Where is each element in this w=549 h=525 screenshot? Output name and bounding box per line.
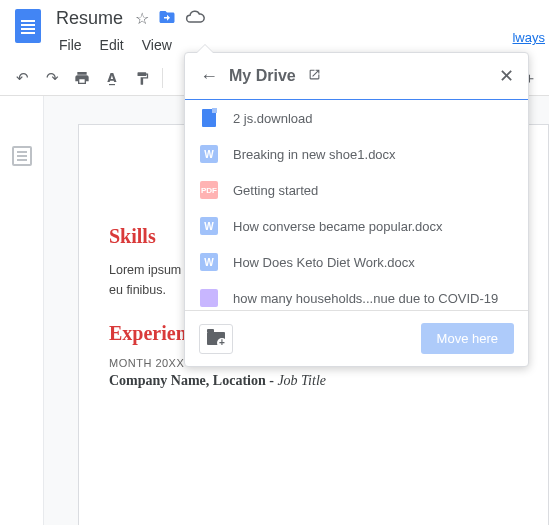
- move-popover: ← My Drive ✕ 2 js.downloadWBreaking in n…: [184, 52, 529, 367]
- list-item[interactable]: PDFGetting started: [185, 172, 528, 208]
- word-icon: W: [199, 216, 219, 236]
- back-button[interactable]: ←: [199, 66, 219, 86]
- paint-format-button[interactable]: [128, 65, 156, 91]
- print-button[interactable]: [68, 65, 96, 91]
- list-item[interactable]: how many households...nue due to COVID-1…: [185, 280, 528, 310]
- document-title[interactable]: Resume: [52, 6, 127, 31]
- menu-bar: File Edit View: [52, 33, 205, 57]
- file-name: Getting started: [233, 183, 318, 198]
- job-title: Job Title: [277, 373, 326, 388]
- app-header: Resume ☆ File Edit View lways: [0, 0, 549, 57]
- file-name: How converse became popular.docx: [233, 219, 443, 234]
- pdf-icon: PDF: [199, 180, 219, 200]
- file-name: Breaking in new shoe1.docx: [233, 147, 396, 162]
- folder-title: My Drive: [229, 67, 296, 85]
- cloud-status-icon[interactable]: [185, 7, 205, 30]
- docs-logo[interactable]: [8, 6, 48, 46]
- undo-button[interactable]: ↶: [8, 65, 36, 91]
- list-item[interactable]: WHow Does Keto Diet Work.docx: [185, 244, 528, 280]
- new-folder-button[interactable]: [199, 324, 233, 354]
- file-name: how many households...nue due to COVID-1…: [233, 291, 498, 306]
- experience-line: Company Name, Location - Job Title: [109, 373, 518, 389]
- doc-icon: [199, 108, 219, 128]
- spellcheck-button[interactable]: A̲: [98, 65, 126, 91]
- menu-file[interactable]: File: [52, 33, 89, 57]
- file-name: 2 js.download: [233, 111, 313, 126]
- move-here-button[interactable]: Move here: [421, 323, 514, 354]
- left-rail: [0, 96, 44, 525]
- close-icon[interactable]: ✕: [499, 65, 514, 87]
- file-list: 2 js.downloadWBreaking in new shoe1.docx…: [185, 100, 528, 310]
- list-item[interactable]: WHow converse became popular.docx: [185, 208, 528, 244]
- star-icon[interactable]: ☆: [135, 9, 149, 28]
- open-in-new-icon[interactable]: [308, 68, 321, 84]
- company-text: Company Name, Location -: [109, 373, 277, 388]
- move-to-folder-icon[interactable]: [157, 8, 177, 29]
- redo-button[interactable]: ↷: [38, 65, 66, 91]
- word-icon: W: [199, 252, 219, 272]
- list-item[interactable]: 2 js.download: [185, 100, 528, 136]
- file-name: How Does Keto Diet Work.docx: [233, 255, 415, 270]
- form-icon: [199, 288, 219, 308]
- menu-view[interactable]: View: [135, 33, 179, 57]
- word-icon: W: [199, 144, 219, 164]
- list-item[interactable]: WBreaking in new shoe1.docx: [185, 136, 528, 172]
- menu-edit[interactable]: Edit: [93, 33, 131, 57]
- document-outline-icon[interactable]: [12, 146, 32, 166]
- truncated-link[interactable]: lways: [512, 30, 545, 45]
